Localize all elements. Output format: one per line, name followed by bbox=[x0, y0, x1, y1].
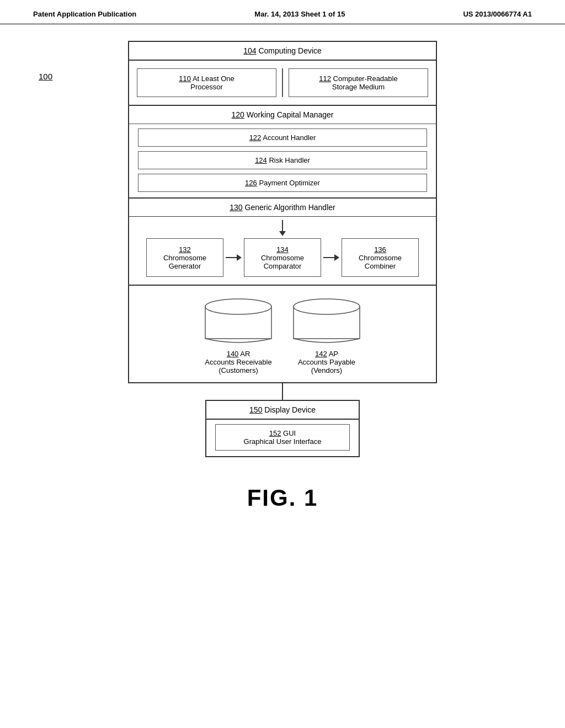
ar-line1: AR bbox=[240, 350, 250, 358]
processor-box: 110 At Least One Processor bbox=[137, 68, 276, 97]
ap-id: 142 bbox=[315, 350, 327, 358]
risk-handler-box: 124 Risk Handler bbox=[138, 151, 427, 169]
fig-label: FIG. 1 bbox=[0, 485, 565, 511]
wcm-label: Working Capital Manager bbox=[247, 110, 334, 119]
chromosome-combiner-box: 136 Chromosome Combiner bbox=[342, 238, 419, 277]
storage-line2: Storage Medium bbox=[332, 83, 385, 91]
arrow-right-1 bbox=[226, 254, 242, 261]
page-header: Patent Application Publication Mar. 14, … bbox=[0, 0, 565, 24]
chromosome-generator-box: 132 Chromosome Generator bbox=[146, 238, 223, 277]
chromosome-comparator-box: 134 Chromosome Comparator bbox=[244, 238, 321, 277]
computing-device-box: 104 Computing Device 110 At Least One Pr… bbox=[128, 41, 437, 383]
display-device-label: Display Device bbox=[264, 405, 316, 414]
computing-device-id: 104 bbox=[243, 46, 256, 55]
arrow-down bbox=[279, 220, 286, 236]
gui-line2: Graphical User Interface bbox=[244, 437, 322, 446]
risk-handler-label: Risk Handler bbox=[269, 156, 310, 164]
ar-id: 140 bbox=[227, 350, 239, 358]
gah-id: 130 bbox=[230, 203, 242, 212]
ap-line3: (Vendors) bbox=[311, 366, 342, 374]
chr-gen-line2: Generator bbox=[169, 262, 201, 270]
account-handler-label: Account Handler bbox=[263, 133, 316, 142]
chr-comb-line2: Combiner bbox=[365, 262, 396, 270]
ap-cylinder-svg bbox=[288, 296, 365, 345]
db-section: 140 AR Accounts Receivable (Customers) 1… bbox=[129, 286, 436, 382]
chromosome-row: 132 Chromosome Generator 134 Chromosome … bbox=[135, 238, 430, 277]
diagram-area: 104 Computing Device 110 At Least One Pr… bbox=[0, 41, 565, 457]
connector-line bbox=[282, 383, 283, 400]
wcm-title: 120 Working Capital Manager bbox=[129, 106, 436, 124]
arrow-r-head-2 bbox=[334, 254, 339, 261]
gah-title: 130 Generic Algorithm Handler bbox=[129, 199, 436, 217]
display-device-box: 150 Display Device 152 GUI Graphical Use… bbox=[205, 400, 360, 457]
arrow-r-line-1 bbox=[226, 257, 237, 258]
chr-comp-id: 134 bbox=[276, 245, 289, 254]
account-handler-box: 122 Account Handler bbox=[138, 129, 427, 147]
storage-box: 112 Computer-Readable Storage Medium bbox=[289, 68, 428, 97]
ap-label: 142 AP Accounts Payable (Vendors) bbox=[298, 350, 355, 374]
gah-label: Generic Algorithm Handler bbox=[245, 203, 335, 212]
arrow-right-2 bbox=[323, 254, 339, 261]
arrow-r-head-1 bbox=[237, 254, 242, 261]
storage-line1: Computer-Readable bbox=[333, 74, 398, 83]
header-right: US 2013/0066774 A1 bbox=[463, 10, 532, 18]
top-row: 110 At Least One Processor 112 Computer-… bbox=[129, 61, 436, 106]
wcm-id: 120 bbox=[232, 110, 244, 119]
chr-gen-line1: Chromosome bbox=[163, 254, 206, 262]
payment-optimizer-box: 126 Payment Optimizer bbox=[138, 174, 427, 192]
ar-label: 140 AR Accounts Receivable (Customers) bbox=[205, 350, 271, 374]
display-device-id: 150 bbox=[249, 405, 262, 414]
gui-box: 152 GUI Graphical User Interface bbox=[215, 424, 350, 451]
display-device-title: 150 Display Device bbox=[206, 401, 359, 420]
connector-area: 150 Display Device 152 GUI Graphical Use… bbox=[205, 383, 360, 457]
arrow-line bbox=[282, 220, 283, 231]
header-middle: Mar. 14, 2013 Sheet 1 of 15 bbox=[254, 10, 345, 18]
processor-line2: Processor bbox=[190, 83, 223, 91]
wcm-section: 120 Working Capital Manager 122 Account … bbox=[129, 106, 436, 199]
gah-section: 130 Generic Algorithm Handler 132 Chromo… bbox=[129, 199, 436, 286]
risk-handler-id: 124 bbox=[255, 156, 267, 164]
arrowhead bbox=[279, 231, 286, 236]
header-left: Patent Application Publication bbox=[33, 10, 136, 18]
arrow-down-container bbox=[129, 217, 436, 238]
separator bbox=[282, 68, 283, 97]
computing-device-label: Computing Device bbox=[258, 46, 321, 55]
ar-line3: (Customers) bbox=[218, 366, 258, 374]
ref-number: 100 bbox=[39, 72, 52, 81]
payment-optimizer-id: 126 bbox=[245, 179, 257, 187]
storage-id: 112 bbox=[319, 74, 331, 83]
ar-cylinder-wrap: 140 AR Accounts Receivable (Customers) bbox=[200, 296, 277, 374]
svg-point-1 bbox=[205, 299, 271, 314]
account-handler-id: 122 bbox=[249, 133, 262, 142]
ap-line1: AP bbox=[329, 350, 338, 358]
ar-line2: Accounts Receivable bbox=[205, 358, 271, 366]
gui-line1: GUI bbox=[283, 429, 296, 437]
ar-cylinder-svg bbox=[200, 296, 277, 345]
processor-line1: At Least One bbox=[193, 74, 234, 83]
computing-device-title: 104 Computing Device bbox=[129, 42, 436, 61]
chr-gen-id: 132 bbox=[179, 245, 191, 254]
chr-comb-id: 136 bbox=[374, 245, 386, 254]
svg-point-3 bbox=[294, 299, 360, 314]
chr-comb-line1: Chromosome bbox=[359, 254, 402, 262]
arrow-r-line-2 bbox=[323, 257, 334, 258]
ap-line2: Accounts Payable bbox=[298, 358, 355, 366]
chr-comp-line2: Comparator bbox=[264, 262, 302, 270]
gui-id: 152 bbox=[269, 429, 281, 437]
payment-optimizer-label: Payment Optimizer bbox=[259, 179, 320, 187]
processor-id: 110 bbox=[179, 74, 191, 83]
ap-cylinder-wrap: 142 AP Accounts Payable (Vendors) bbox=[288, 296, 365, 374]
chr-comp-line1: Chromosome bbox=[261, 254, 304, 262]
